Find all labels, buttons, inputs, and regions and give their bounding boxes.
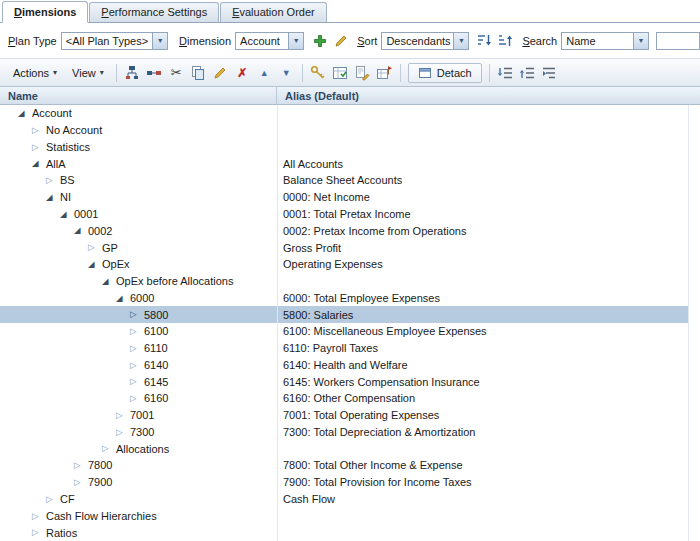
tree-row[interactable]: ▷ 7900 7900: Total Provision for Income … [0,474,688,491]
tree-row[interactable]: ▷ Cash Flow Hierarchies [0,507,688,524]
tree-row[interactable]: ▷ No Account [0,122,688,139]
member-name[interactable]: Statistics [46,141,90,153]
member-name[interactable]: Account [32,107,72,119]
member-name[interactable]: 0002 [88,225,112,237]
copy-icon[interactable] [188,62,209,83]
expand-arrow-icon[interactable]: ▷ [88,243,102,252]
sort-ascending-icon[interactable] [495,30,516,51]
tree-row[interactable]: ▷ 6110 6110: Payroll Taxes [0,340,688,357]
show-usage-icon[interactable] [374,62,395,83]
expand-arrow-icon[interactable]: ▷ [74,461,88,470]
tree-row[interactable]: ▷ 6140 6140: Health and Welfare [0,356,688,373]
dimension-select[interactable]: Account ▼ [235,32,304,50]
edit-icon[interactable] [330,30,351,51]
delete-icon[interactable]: ✗ [232,62,253,83]
member-name[interactable]: 6140 [144,359,168,371]
tree-row[interactable]: ▷ GP Gross Profit [0,239,688,256]
expand-arrow-icon[interactable]: ◢ [74,226,88,235]
assign-access-icon[interactable] [308,62,329,83]
tree-row[interactable]: ▷ 5800 5800: Salaries [0,306,688,323]
member-name[interactable]: 6100 [144,325,168,337]
tab-evaluation-order[interactable]: Evaluation Order [220,2,327,22]
actions-menu-button[interactable]: Actions ▾ [6,64,64,82]
edit-member-icon[interactable] [210,62,231,83]
member-name[interactable]: 6145 [144,376,168,388]
tree-row[interactable]: ▷ BS Balance Sheet Accounts [0,172,688,189]
member-name[interactable]: Allocations [116,443,169,455]
expand-arrow-icon[interactable]: ▷ [32,143,46,152]
expand-arrow-icon[interactable]: ◢ [60,210,74,219]
tree-row[interactable]: ▷ 6145 6145: Workers Compensation Insura… [0,373,688,390]
member-name[interactable]: 6000 [130,292,154,304]
expand-arrow-icon[interactable]: ▷ [32,528,46,537]
expand-arrow-icon[interactable]: ▷ [32,512,46,521]
search-column-select[interactable]: Name ▼ [561,32,649,50]
tree-row[interactable]: ▷ 7001 7001: Total Operating Expenses [0,407,688,424]
tree-row[interactable]: ◢ OpEx before Allocations [0,273,688,290]
tree-row[interactable]: ◢ NI 0000: Net Income [0,189,688,206]
expand-arrow-icon[interactable]: ▷ [32,126,46,135]
tree-row[interactable]: ▷ 6160 6160: Other Compensation [0,390,688,407]
tab-dimensions[interactable]: Dimensions [2,1,88,23]
add-sibling-icon[interactable] [144,62,165,83]
member-name[interactable]: 7300 [130,426,154,438]
member-name[interactable]: 7800 [88,459,112,471]
expand-arrow-icon[interactable]: ▷ [130,394,144,403]
member-name[interactable]: CF [60,493,75,505]
expand-arrow-icon[interactable]: ▷ [46,495,60,504]
collapse-all-icon[interactable] [517,62,538,83]
member-name[interactable]: BS [60,174,75,186]
edit-formula-icon[interactable] [352,62,373,83]
tree-row[interactable]: ◢ OpEx Operating Expenses [0,256,688,273]
tab-performance-settings[interactable]: Performance Settings [89,2,219,22]
expand-arrow-icon[interactable]: ◢ [32,159,46,168]
vertical-scrollbar-track[interactable] [688,105,700,541]
expand-arrow-icon[interactable]: ▷ [130,344,144,353]
column-header-name[interactable]: Name [0,87,277,104]
member-name[interactable]: 7001 [130,409,154,421]
column-header-alias[interactable]: Alias (Default) [277,87,700,104]
member-name[interactable]: Cash Flow Hierarchies [46,510,157,522]
move-up-icon[interactable]: ▲ [254,62,275,83]
member-name[interactable]: AllA [46,158,66,170]
expand-arrow-icon[interactable]: ▷ [116,411,130,420]
add-icon[interactable] [309,30,330,51]
tree-row[interactable]: ▷ CF Cash Flow [0,491,688,508]
tree-row[interactable]: ▷ Statistics [0,139,688,156]
tree-row[interactable]: ◢ 6000 6000: Total Employee Expenses [0,289,688,306]
expand-arrow-icon[interactable]: ◢ [116,294,130,303]
tree-row[interactable]: ◢ 0002 0002: Pretax Income from Operatio… [0,222,688,239]
member-name[interactable]: 5800 [144,309,168,321]
member-name[interactable]: No Account [46,124,102,136]
expand-arrow-icon[interactable]: ◢ [88,260,102,269]
tree-row[interactable]: ▷ 7800 7800: Total Other Income & Expens… [0,457,688,474]
expand-arrow-icon[interactable]: ▷ [130,377,144,386]
member-name[interactable]: NI [60,191,71,203]
detach-button[interactable]: Detach [408,63,482,83]
cut-icon[interactable]: ✂ [166,62,187,83]
add-child-icon[interactable] [122,62,143,83]
member-name[interactable]: OpEx [102,258,130,270]
tree-row[interactable]: ▷ 6100 6100: Miscellaneous Employee Expe… [0,323,688,340]
expand-arrow-icon[interactable]: ▷ [130,361,144,370]
expand-arrow-icon[interactable]: ◢ [102,277,116,286]
tree-row[interactable]: ◢ Account [0,105,688,122]
expand-arrow-icon[interactable]: ◢ [46,193,60,202]
expand-arrow-icon[interactable]: ◢ [18,109,32,118]
expand-arrow-icon[interactable]: ▷ [102,444,116,453]
tree-row[interactable]: ▷ 7300 7300: Total Depreciation & Amorti… [0,424,688,441]
search-input[interactable] [656,32,700,50]
tree-row[interactable]: ◢ 0001 0001: Total Pretax Income [0,206,688,223]
tree-row[interactable]: ▷ Allocations [0,440,688,457]
plan-type-select[interactable]: <All Plan Types> ▼ [61,32,168,50]
member-name[interactable]: Ratios [46,527,77,539]
expand-arrow-icon[interactable]: ▷ [130,327,144,336]
tree-row[interactable]: ◢ AllA All Accounts [0,155,688,172]
expand-all-icon[interactable] [495,62,516,83]
sort-select[interactable]: Descendants ▼ [381,32,469,50]
member-name[interactable]: 7900 [88,476,112,488]
sort-descending-icon[interactable] [474,30,495,51]
expand-arrow-icon[interactable]: ▷ [46,176,60,185]
view-menu-button[interactable]: View ▾ [65,64,111,82]
expand-arrow-icon[interactable]: ▷ [130,310,144,319]
